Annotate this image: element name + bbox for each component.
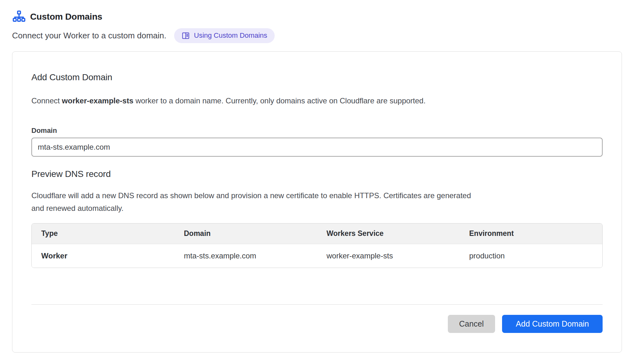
page-subtitle: Connect your Worker to a custom domain. xyxy=(12,31,167,41)
form-description-suffix: worker to a domain name. Currently, only… xyxy=(134,96,426,105)
open-book-icon xyxy=(181,31,190,40)
page-subhead: Connect your Worker to a custom domain. … xyxy=(12,28,622,43)
dns-preview-table: Type Domain Workers Service Environment … xyxy=(31,223,603,268)
page-title: Custom Domains xyxy=(30,12,102,22)
preview-description: Cloudflare will add a new DNS record as … xyxy=(31,189,482,215)
table-row: Worker mta-sts.example.com worker-exampl… xyxy=(32,244,602,268)
domain-input[interactable] xyxy=(31,138,603,157)
preview-dns-record-heading: Preview DNS record xyxy=(31,169,603,179)
form-description: Connect worker-example-sts worker to a d… xyxy=(31,95,603,106)
form-description-prefix: Connect xyxy=(31,96,62,105)
add-custom-domain-button[interactable]: Add Custom Domain xyxy=(502,315,603,333)
domain-field-label: Domain xyxy=(31,127,603,135)
column-header-domain: Domain xyxy=(174,224,317,244)
cell-type: Worker xyxy=(32,244,174,268)
table-header-row: Type Domain Workers Service Environment xyxy=(32,224,602,244)
page-header: Custom Domains xyxy=(12,10,622,24)
card-actions: Cancel Add Custom Domain xyxy=(31,315,603,333)
column-header-environment: Environment xyxy=(460,224,602,244)
docs-link-using-custom-domains[interactable]: Using Custom Domains xyxy=(174,28,275,43)
worker-name: worker-example-sts xyxy=(62,96,133,105)
footer-divider xyxy=(31,304,603,305)
custom-domains-page: Custom Domains Connect your Worker to a … xyxy=(0,0,634,364)
cancel-button[interactable]: Cancel xyxy=(448,315,495,333)
cell-domain: mta-sts.example.com xyxy=(174,244,317,268)
add-custom-domain-heading: Add Custom Domain xyxy=(31,72,603,83)
cell-workers-service: worker-example-sts xyxy=(317,244,460,268)
docs-link-label: Using Custom Domains xyxy=(194,31,267,40)
cell-environment: production xyxy=(460,244,602,268)
sitemap-icon xyxy=(12,10,26,24)
column-header-workers-service: Workers Service xyxy=(317,224,460,244)
column-header-type: Type xyxy=(32,224,174,244)
add-custom-domain-card: Add Custom Domain Connect worker-example… xyxy=(12,51,622,353)
